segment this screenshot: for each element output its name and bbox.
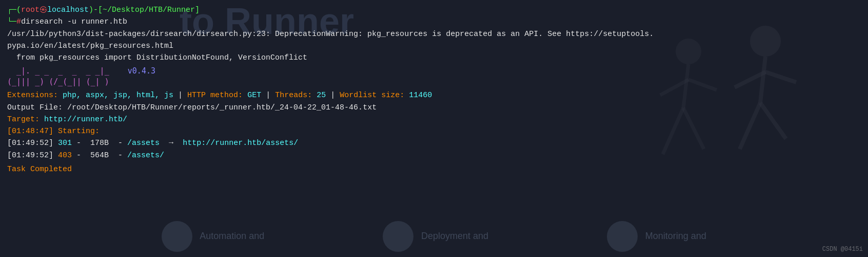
starting-line: [01:48:47] Starting:	[7, 125, 861, 137]
task-completed-line: Task Completed	[7, 163, 861, 175]
output-label: Output File:	[7, 102, 67, 114]
wordlist-value: 11460	[409, 89, 432, 101]
result2-size: 564B	[90, 150, 109, 161]
prompt-at: ㉿	[40, 4, 47, 16]
result2-sep1: -	[72, 150, 90, 161]
result-line-2: [01:49:52] 403 - 564B - /assets/	[7, 150, 861, 161]
bg-bottom-sections: Automation and Deployment and Monitoring…	[0, 216, 868, 257]
method-label: HTTP method:	[187, 89, 247, 101]
bg-section-monitoring: Monitoring and	[607, 221, 706, 252]
method-value: GET	[247, 89, 261, 101]
result1-arrow: →	[160, 137, 183, 149]
sep3: |	[326, 89, 340, 101]
warning-text-2: pypa.io/en/latest/pkg_resources.html	[7, 40, 173, 52]
result1-redirect: http://runner.htb/assets/	[183, 137, 298, 149]
warning-line-3: from pkg_resources import DistributionNo…	[7, 52, 861, 64]
result2-status: 403	[58, 150, 72, 161]
threads-value: 25	[317, 89, 326, 101]
result1-sep2: -	[109, 137, 127, 149]
result2-sep2: -	[109, 150, 127, 161]
target-label: Target:	[7, 114, 44, 125]
sep1: |	[173, 89, 187, 101]
prompt-host: localhost	[47, 4, 89, 16]
threads-label: Threads:	[275, 89, 317, 101]
prompt-bracket-close: )-[~/Desktop/HTB/Runner]	[89, 4, 200, 16]
terminal: ┌─(root㉿localhost)-[~/Desktop/HTB/Runner…	[0, 0, 868, 179]
result1-time: [01:49:52]	[7, 137, 58, 149]
result1-path: /assets	[127, 137, 160, 149]
sep2: |	[261, 89, 275, 101]
warning-text-1: /usr/lib/python3/dist-packages/dirsearch…	[7, 28, 654, 40]
extensions-line: Extensions: php, aspx, jsp, html, js | H…	[7, 89, 861, 101]
command-text: dirsearch -u runner.htb	[21, 16, 127, 28]
result2-time: [01:49:52]	[7, 150, 58, 161]
extensions-label: Extensions:	[7, 89, 63, 101]
start-time: [01:48:47]	[7, 125, 53, 137]
result2-path: /assets/	[127, 150, 164, 161]
warning-line-2: pypa.io/en/latest/pkg_resources.html	[7, 40, 861, 52]
extensions-values: php, aspx, jsp, html, js	[63, 89, 173, 101]
result-line-1: [01:49:52] 301 - 178B - /assets → http:/…	[7, 137, 861, 149]
csdn-watermark: CSDN @0415i	[822, 246, 863, 253]
bg-section-automation: Automation and	[162, 221, 264, 252]
output-path: /root/Desktop/HTB/Runner/reports/_runner…	[67, 102, 377, 114]
command-line: └─# dirsearch -u runner.htb	[7, 16, 861, 28]
bg-section-deployment: Deployment and	[383, 221, 488, 252]
result1-size: 178B	[90, 137, 109, 149]
result1-sep1: -	[72, 137, 90, 149]
wordlist-label: Wordlist size:	[340, 89, 409, 101]
output-file-line: Output File: /root/Desktop/HTB/Runner/re…	[7, 102, 861, 114]
ascii-art: _|. _ _ _ _ _ _|_ v0.4.3 (_||| _) (/_(_|…	[7, 64, 861, 89]
prompt-shell: └─	[7, 16, 16, 28]
prompt-bracket-open: ┌─(	[7, 4, 21, 16]
prompt-user: root	[21, 4, 40, 16]
start-text: Starting:	[53, 125, 100, 137]
target-url: http://runner.htb/	[44, 114, 127, 125]
task-completed-text: Task Completed	[7, 163, 72, 175]
warning-text-3: from pkg_resources import DistributionNo…	[7, 52, 307, 64]
result1-status: 301	[58, 137, 72, 149]
prompt-line: ┌─(root㉿localhost)-[~/Desktop/HTB/Runner…	[7, 4, 861, 16]
prompt-hash: #	[16, 16, 21, 28]
warning-line-1: /usr/lib/python3/dist-packages/dirsearch…	[7, 28, 861, 40]
target-line: Target: http://runner.htb/	[7, 114, 861, 125]
